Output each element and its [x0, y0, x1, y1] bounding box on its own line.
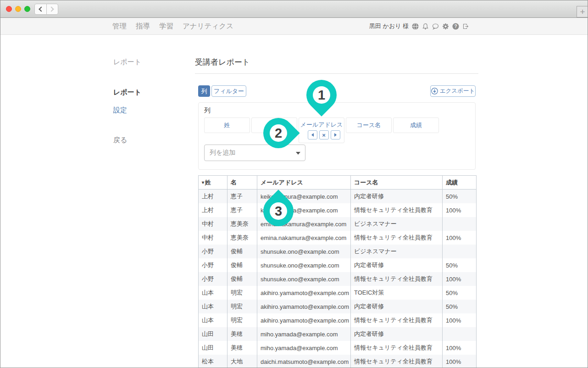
- table-cell: akihiro.yamamoto@example.com: [257, 300, 350, 313]
- export-button[interactable]: エクスポート: [430, 85, 476, 97]
- nav-item-analytics[interactable]: アナリティクス: [183, 22, 233, 31]
- table-cell: 100%: [442, 203, 476, 217]
- table-cell: 50%: [442, 286, 476, 300]
- sidebar-item-settings[interactable]: 設定: [113, 106, 127, 114]
- table-row: 小野俊輔shunsuke.ono@example.comビジネスマナー: [199, 245, 476, 258]
- column-header-3[interactable]: メールアドレス: [257, 176, 350, 189]
- table-cell: 中村: [199, 217, 227, 231]
- logout-icon[interactable]: [462, 23, 469, 30]
- export-label: エクスポート: [440, 87, 475, 95]
- table-row: 中村恵美奈emina.nakamura@example.comビジネスマナー: [199, 217, 476, 231]
- remove-icon: ×: [322, 132, 326, 138]
- table-cell: 俊輔: [227, 258, 257, 272]
- column-header-5[interactable]: 成績: [442, 176, 476, 189]
- table-row: 中村恵美奈emina.nakamura@example.com情報セキュリティ全…: [199, 231, 476, 245]
- column-chip-1[interactable]: 姓: [204, 117, 250, 133]
- table-cell: miho.yamada@example.com: [257, 327, 350, 341]
- columns-panel-title: 列: [204, 106, 211, 115]
- column-header-label: 成績: [446, 178, 458, 187]
- chat-icon[interactable]: [432, 23, 439, 30]
- minimize-window-button[interactable]: [15, 6, 21, 12]
- table-cell: 情報セキュリティ全社員教育: [350, 313, 442, 327]
- table-cell: 俊輔: [227, 272, 257, 286]
- marker-1-number: 1: [313, 86, 330, 104]
- table-cell: 明宏: [227, 286, 257, 300]
- gear-icon[interactable]: [442, 23, 449, 30]
- table-cell: miho.yamada@example.com: [257, 341, 350, 355]
- table-cell: 恵子: [227, 190, 257, 203]
- user-area: 黒田 かおり 様 ?: [369, 18, 469, 34]
- move-column-right-button[interactable]: [331, 130, 340, 139]
- table-cell: 恵子: [227, 203, 257, 217]
- table-cell: 上村: [199, 190, 227, 203]
- table-cell: 情報セキュリティ全社員教育: [350, 355, 442, 368]
- table-cell: 恵美奈: [227, 231, 257, 245]
- table-row: 松本大地daichi.matsumoto@example.com情報セキュリティ…: [199, 355, 476, 368]
- table-cell: 小野: [199, 258, 227, 272]
- column-header-2[interactable]: 名: [227, 176, 257, 189]
- help-icon[interactable]: ?: [452, 23, 459, 30]
- table-row: 上村恵子keiko.uemura@example.com内定者研修50%: [199, 190, 476, 203]
- forward-button[interactable]: [47, 4, 58, 14]
- add-column-select[interactable]: 列を追加: [204, 145, 305, 161]
- table-cell: ビジネスマナー: [350, 245, 442, 258]
- nav-item-learning[interactable]: 学習: [159, 22, 173, 31]
- table-cell: [442, 327, 476, 341]
- globe-icon[interactable]: [412, 23, 419, 30]
- table-cell: 明宏: [227, 313, 257, 327]
- column-chip-label: メールアドレス: [300, 121, 343, 129]
- sidebar-item-back[interactable]: 戻る: [113, 136, 127, 144]
- left-arrow-icon: [311, 133, 314, 137]
- table-cell: akihiro.yamamoto@example.com: [257, 286, 350, 300]
- table-cell: shunsuke.ono@example.com: [257, 272, 350, 286]
- nav-item-coaching[interactable]: 指導: [136, 22, 150, 31]
- move-column-left-button[interactable]: [308, 130, 317, 139]
- right-arrow-icon: [334, 133, 337, 137]
- table-header-row: ▾姓名メールアドレスコース名成績: [199, 176, 476, 190]
- table-row: 山本明宏akihiro.yamamoto@example.comTOEIC対策5…: [199, 286, 476, 300]
- table-cell: 小野: [199, 245, 227, 258]
- table-cell: 小野: [199, 272, 227, 286]
- svg-text:?: ?: [455, 24, 457, 29]
- add-column-placeholder: 列を追加: [205, 149, 235, 157]
- table-cell: akihiro.yamamoto@example.com: [257, 313, 350, 327]
- table-cell: 大地: [227, 355, 257, 368]
- table-cell: daichi.matsumoto@example.com: [257, 355, 350, 368]
- table-cell: 情報セキュリティ全社員教育: [350, 341, 442, 355]
- table-cell: 100%: [442, 341, 476, 355]
- zoom-window-button[interactable]: [24, 6, 30, 12]
- columns-tab-button[interactable]: 列: [198, 85, 210, 97]
- table-cell: 俊輔: [227, 245, 257, 258]
- column-header-1[interactable]: ▾姓: [199, 176, 227, 189]
- table-row: 山本明宏akihiro.yamamoto@example.com情報セキュリティ…: [199, 313, 476, 327]
- chip-controls: ×: [301, 130, 347, 139]
- table-cell: 100%: [442, 313, 476, 327]
- table-cell: 山田: [199, 327, 227, 341]
- nav-item-admin[interactable]: 管理: [112, 22, 127, 31]
- close-window-button[interactable]: [6, 6, 12, 12]
- table-cell: 内定者研修: [350, 190, 442, 203]
- back-button[interactable]: [35, 4, 47, 14]
- table-cell: [442, 245, 476, 258]
- table-cell: shunsuke.ono@example.com: [257, 258, 350, 272]
- table-cell: emina.nakamura@example.com: [257, 231, 350, 245]
- table-cell: 内定者研修: [350, 327, 442, 341]
- forward-icon: [49, 6, 54, 11]
- table-cell: 内定者研修: [350, 258, 442, 272]
- filter-tab-button[interactable]: フィルター: [211, 85, 246, 97]
- new-tab-button[interactable]: +: [577, 6, 588, 17]
- table-cell: shunsuke.ono@example.com: [257, 245, 350, 258]
- sidebar-item-report[interactable]: レポート: [113, 89, 141, 96]
- column-header-4[interactable]: コース名: [350, 176, 442, 189]
- column-chip-5[interactable]: 成績: [393, 117, 439, 133]
- table-row: 山本明宏akihiro.yamamoto@example.com内定者研修50%: [199, 300, 476, 313]
- column-chip-4[interactable]: コース名: [346, 117, 392, 133]
- table-cell: 山本: [199, 300, 227, 313]
- select-caret-icon: [296, 152, 300, 155]
- top-navbar: [0, 18, 588, 35]
- column-chip-label: コース名: [357, 121, 381, 129]
- bell-icon[interactable]: [422, 23, 429, 30]
- column-header-label: メールアドレス: [261, 178, 303, 187]
- table-cell: 100%: [442, 272, 476, 286]
- remove-column-button[interactable]: ×: [319, 130, 329, 139]
